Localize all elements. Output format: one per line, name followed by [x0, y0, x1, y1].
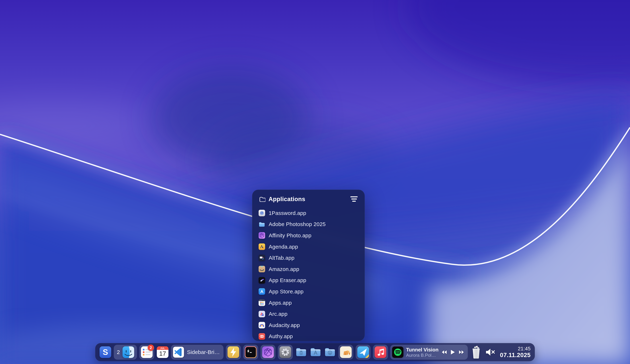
- list-item-photoshop-folder[interactable]: Adobe Photoshop 2025: [252, 219, 364, 230]
- svg-text:JUL: JUL: [160, 347, 165, 350]
- media-player-widget[interactable]: Tunnel Vision Aurora B.Pol…: [390, 345, 468, 360]
- music-button[interactable]: [373, 345, 388, 360]
- list-item-arc[interactable]: Arc.app: [252, 308, 364, 320]
- list-item-alttab[interactable]: AltTab.app: [252, 252, 364, 264]
- app-name: Agenda.app: [269, 244, 298, 250]
- arc-browser-icon: [258, 311, 265, 317]
- panel-title: Applications: [268, 196, 305, 202]
- app-name: Apps.app: [269, 300, 292, 306]
- spark-mail-button[interactable]: [356, 345, 370, 360]
- applications-folder-panel: Applications 1 1Password.app Adobe Photo…: [252, 190, 365, 341]
- list-item-amazon[interactable]: Amazon.app: [252, 264, 364, 275]
- clock-date: 07.11.2025: [500, 352, 531, 359]
- app-name: Affinity Photo.app: [269, 232, 311, 239]
- list-item-app-store[interactable]: App Store.app: [252, 286, 364, 297]
- volume-muted-icon: [485, 348, 496, 356]
- applications-list: 1 1Password.app Adobe Photoshop 2025 Aff…: [252, 205, 364, 342]
- player-controls: [442, 350, 464, 355]
- s-app-button[interactable]: S: [99, 346, 112, 358]
- blue-folder-icon: [258, 221, 265, 228]
- svg-text:17: 17: [159, 350, 166, 357]
- app-name: Arc.app: [269, 311, 288, 317]
- postico-button[interactable]: [338, 345, 353, 360]
- finder-window-count: 2: [117, 349, 120, 355]
- agenda-icon: A: [258, 243, 265, 250]
- trash-full-icon: [471, 346, 481, 359]
- warp-terminal-button[interactable]: [243, 345, 258, 360]
- folder-outline-icon: [259, 196, 266, 202]
- dock: S 2 2 JUL 17: [95, 343, 535, 361]
- calendar-button[interactable]: JUL 17: [156, 346, 168, 358]
- app-name: AltTab.app: [269, 255, 294, 261]
- downloads-folder-button[interactable]: [324, 346, 336, 358]
- finder-dock-group[interactable]: 2: [114, 345, 137, 360]
- app-store-icon: [258, 288, 265, 295]
- audacity-icon: [258, 322, 265, 329]
- vscode-window-button[interactable]: Sidebar-Bri…: [171, 345, 224, 360]
- warp-terminal-icon: [245, 346, 257, 358]
- list-item-affinity-photo[interactable]: Affinity Photo.app: [252, 230, 364, 241]
- list-item-authy[interactable]: Authy.app: [252, 331, 364, 342]
- paper-plane-icon: [357, 346, 369, 358]
- play-button[interactable]: [450, 350, 455, 355]
- list-item-apps[interactable]: Apps.app: [252, 297, 364, 309]
- spotify-icon: [392, 346, 404, 358]
- affinity-photo-icon: [262, 346, 274, 358]
- svg-text:1: 1: [261, 212, 262, 214]
- applications-folder-button[interactable]: [310, 346, 322, 358]
- app-name: Audacity.app: [269, 322, 300, 328]
- music-note-icon: [374, 346, 386, 358]
- downloads-folder-icon: [324, 346, 336, 358]
- track-artist: Aurora B.Pol…: [406, 353, 438, 358]
- bolt-app-button[interactable]: [226, 345, 241, 360]
- list-item-app-eraser[interactable]: App Eraser.app: [252, 275, 364, 286]
- list-item-audacity[interactable]: Audacity.app: [252, 320, 364, 331]
- app-eraser-icon: [258, 277, 265, 284]
- track-title: Tunnel Vision: [406, 347, 438, 353]
- sort-lines-icon[interactable]: [350, 195, 358, 203]
- reminders-button[interactable]: 2: [139, 345, 154, 360]
- s-app-icon: S: [99, 346, 112, 358]
- vscode-icon: [173, 347, 184, 358]
- authy-icon: [258, 333, 265, 340]
- applications-folder-icon: [310, 346, 322, 358]
- list-item-1password[interactable]: 1 1Password.app: [252, 207, 364, 219]
- stacks-folder-button[interactable]: [295, 346, 307, 358]
- apps-grid-icon: [258, 299, 265, 306]
- affinity-photo-icon: [258, 232, 265, 239]
- settings-gear-icon: [279, 346, 291, 358]
- volume-button[interactable]: [484, 346, 496, 358]
- calendar-icon: JUL 17: [156, 346, 168, 358]
- rewind-button[interactable]: [442, 350, 447, 354]
- app-name: App Store.app: [269, 288, 304, 295]
- list-item-agenda[interactable]: A Agenda.app: [252, 241, 364, 252]
- app-name: Adobe Photoshop 2025: [269, 221, 326, 227]
- vscode-window-title: Sidebar-Bri…: [187, 349, 220, 355]
- now-playing-info: Tunnel Vision Aurora B.Pol…: [406, 347, 438, 358]
- app-name: App Eraser.app: [269, 277, 306, 283]
- app-name: Authy.app: [269, 333, 293, 340]
- fast-forward-button[interactable]: [459, 350, 464, 354]
- app-name: 1Password.app: [269, 210, 306, 216]
- app-name: Amazon.app: [269, 266, 299, 272]
- stacks-folder-icon: [295, 346, 307, 358]
- alttab-icon: [258, 255, 265, 261]
- affinity-photo-button[interactable]: [260, 345, 276, 360]
- svg-text:S: S: [103, 348, 108, 357]
- reminders-badge: 2: [148, 345, 154, 351]
- panel-header: Applications: [252, 190, 364, 205]
- settings-button[interactable]: [278, 345, 293, 360]
- finder-icon: [122, 346, 134, 358]
- amazon-icon: [258, 266, 265, 272]
- 1password-icon: 1: [258, 210, 265, 216]
- lightning-icon: [227, 346, 239, 358]
- origami-elephant-icon: [340, 346, 352, 358]
- trash-button[interactable]: [470, 346, 482, 358]
- clock-time: 21:45: [500, 346, 531, 352]
- clock-widget[interactable]: 21:45 07.11.2025: [500, 346, 531, 359]
